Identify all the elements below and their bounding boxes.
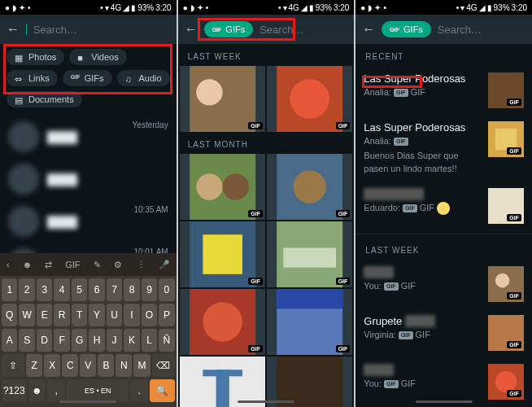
emoji-react [437,202,450,215]
result-title: ████ [364,266,394,278]
kb-gif-icon[interactable]: GIF [65,260,80,269]
search-input[interactable] [438,24,532,36]
search-input[interactable] [259,24,354,36]
svg-point-26 [495,274,510,288]
gif-thumb[interactable]: GIF [267,66,352,132]
filter-audio[interactable]: ♫Audio [117,70,170,86]
filter-videos[interactable]: ■Videos [69,49,126,65]
result-sub: Virginia:GIFGIF [364,329,480,341]
gif-grid-month: GIF GIF GIF GIF GIF GIF GIF [178,154,355,407]
gif-thumb[interactable]: GIF [267,221,352,287]
result-row[interactable]: ████████ Eduardo:GIFGIF GIF [355,182,532,230]
svg-point-1 [196,79,222,105]
search-header: ← GIFGIFs ≡ ✕ [178,15,355,44]
svg-point-5 [196,173,222,199]
photo-icon: ▦ [15,53,24,61]
filter-gifs[interactable]: GIFGIFs [63,70,112,86]
search-header: ← [0,15,177,44]
chat-row[interactable]: ████10:35 AM [0,200,177,243]
svg-point-6 [222,173,248,199]
gif-thumb[interactable]: GIF [180,154,265,220]
result-sub: Eduardo:GIFGIF [364,202,480,215]
svg-rect-16 [277,289,342,309]
result-thumb: GIF [488,364,524,400]
keyboard-suggest-row: ‹ ☻ ⇄ GIF ✎ ⚙ ⋮ 🎤 [0,253,177,276]
section-last-week: LAST WEEK [178,44,355,66]
back-icon[interactable]: ← [7,22,20,37]
result-title: Las Super Poderosas [364,72,480,85]
result-thumb: GIF [488,188,524,224]
doc-icon: ▤ [15,95,24,103]
shift-key[interactable]: ⇧ [2,354,24,377]
kb-mic-icon[interactable]: 🎤 [159,260,170,270]
status-bar: ●◗✦• •▾4G◢▮ 93% 3:20 [0,0,177,15]
gif-thumb[interactable]: GIF [180,66,265,132]
battery-label: 93% [137,3,154,12]
backspace-key[interactable]: ⌫ [152,354,175,377]
status-bar: ●◗✦• •▾4G◢▮93%3:20 [355,0,532,15]
gif-grid-week: GIF GIF [178,66,355,132]
link-icon: ⇔ [15,74,24,82]
section-last-month: LAST MONTH [178,132,355,154]
search-input[interactable] [33,24,170,36]
section-recent: RECENT [355,44,532,66]
svg-rect-10 [203,234,242,274]
keyboard[interactable]: ‹ ☻ ⇄ GIF ✎ ⚙ ⋮ 🎤 1234567890 QWERTYUIOP … [0,253,177,407]
gif-thumb[interactable]: GIF [267,289,352,355]
gif-icon: GIF [212,27,222,33]
result-row[interactable]: Las Super Poderosas Analia:GIFBuenos Dia… [355,115,532,182]
result-row[interactable]: Grupete ████ Virginia:GIFGIF GIF [355,309,532,357]
gif-thumb[interactable]: GIF [180,289,265,355]
result-title: ████ [364,364,394,376]
kb-emoji-icon[interactable]: ☻ [23,260,33,269]
result-title: ████████ [364,188,424,200]
result-thumb: GIF [488,121,524,157]
kb-gear-icon[interactable]: ⚙ [114,260,122,270]
result-sub: You:GIFGIF [364,378,480,390]
gif-thumb[interactable]: GIF [267,154,352,220]
kb-translate-icon[interactable]: ⇄ [45,260,52,270]
key[interactable]: 1 [2,278,17,301]
result-row[interactable]: Las Super Poderosas Analia:GIFGIF GIF [355,66,532,115]
kb-more-icon[interactable]: ⋮ [137,260,146,270]
result-row[interactable]: ████ You:GIFGIF GIF [355,260,532,309]
filter-photos[interactable]: ▦Photos [7,49,64,65]
svg-point-8 [293,170,326,204]
svg-rect-19 [203,370,242,376]
svg-point-14 [203,302,242,342]
back-icon[interactable]: ← [362,22,375,37]
time-label: 3:20 [155,3,171,12]
result-title: Grupete ████ [364,315,480,327]
result-thumb: GIF [488,72,524,108]
result-sub: Analia:GIFBuenos Dias Super que pasen un… [364,135,480,175]
signal-label: 4G [111,3,121,12]
result-thumb: GIF [488,266,524,302]
back-icon[interactable]: ← [185,22,198,37]
svg-rect-12 [283,247,336,267]
filter-row: ▦Photos ■Videos ⇔Links GIFGIFs ♫Audio ▤D… [0,44,177,112]
phone-screen-2: ●◗✦• •▾4G◢▮93%3:20 ← GIFGIFs ≡ ✕ LAST WE… [178,0,355,407]
active-filter-chip[interactable]: GIFGIFs [204,21,254,37]
gif-thumb[interactable]: GIF [180,221,265,287]
status-bar: ●◗✦• •▾4G◢▮93%3:20 [178,0,355,15]
kb-pen-icon[interactable]: ✎ [94,260,101,270]
result-sub: Analia:GIFGIF [364,86,480,98]
search-header: ← GIFGIFs ⊞ ✕ [355,15,532,44]
phone-screen-3: ●◗✦• •▾4G◢▮93%3:20 ← GIFGIFs ⊞ ✕ RECENT … [355,0,532,407]
result-title: Las Super Poderosas [364,121,480,133]
result-thumb: GIF [488,315,524,351]
active-filter-chip[interactable]: GIFGIFs [382,21,431,37]
filter-documents[interactable]: ▤Documents [7,91,82,107]
video-icon: ■ [77,53,87,61]
audio-icon: ♫ [125,74,135,82]
phone-screen-1: ●◗✦• •▾4G◢▮ 93% 3:20 ← ▦Photos ■Videos ⇔… [0,0,177,407]
kb-chevron-icon[interactable]: ‹ [7,260,10,269]
result-sub: You:GIFGIF [364,280,480,292]
gif-icon: GIF [390,27,399,33]
gif-icon: GIF [71,74,81,82]
chat-row[interactable]: ████ [0,158,177,200]
chat-row[interactable]: ████Yesterday [0,116,177,158]
svg-point-3 [290,79,329,119]
section-last-week: LAST WEEK [355,238,532,260]
filter-links[interactable]: ⇔Links [7,70,58,86]
